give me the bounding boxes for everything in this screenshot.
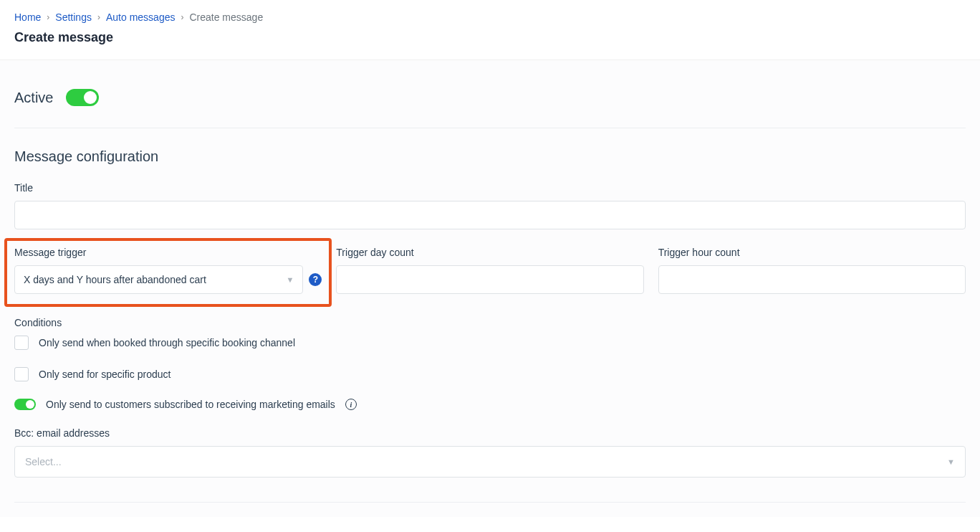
toggle-knob	[84, 91, 97, 104]
chevron-right-icon: ›	[181, 12, 183, 22]
config-heading: Message configuration	[14, 148, 966, 165]
title-label: Title	[14, 182, 966, 194]
breadcrumb-auto-messages[interactable]: Auto messages	[106, 11, 176, 23]
active-toggle[interactable]	[66, 89, 99, 106]
divider	[14, 502, 966, 503]
chevron-right-icon: ›	[47, 12, 49, 22]
condition-subscribed-label: Only send to customers subscribed to rec…	[46, 399, 335, 410]
trigger-row: Message trigger X days and Y hours after…	[14, 247, 966, 294]
content-area: Active Message configuration Title Messa…	[0, 60, 980, 517]
trigger-hour-count-col: Trigger hour count	[658, 247, 966, 294]
condition-product-checkbox[interactable]	[14, 367, 29, 381]
page-header: Home › Settings › Auto messages › Create…	[0, 0, 980, 60]
bcc-section: Bcc: email addresses Select... ▼	[14, 427, 966, 478]
message-trigger-select[interactable]: X days and Y hours after abandoned cart …	[14, 265, 303, 294]
help-icon[interactable]: ?	[309, 273, 322, 286]
breadcrumb: Home › Settings › Auto messages › Create…	[14, 11, 966, 23]
bcc-select[interactable]: Select... ▼	[14, 446, 966, 478]
conditions-section: Conditions Only send when booked through…	[14, 317, 966, 410]
message-configuration-section: Message configuration Title Message trig…	[14, 148, 966, 294]
conditions-heading: Conditions	[14, 317, 966, 328]
page-title: Create message	[14, 30, 966, 45]
breadcrumb-settings[interactable]: Settings	[55, 11, 92, 23]
condition-subscribed-toggle[interactable]	[14, 399, 36, 410]
condition-booking-channel-checkbox[interactable]	[14, 336, 29, 350]
breadcrumb-home[interactable]: Home	[14, 11, 41, 23]
condition-product-label: Only send for specific product	[39, 369, 170, 380]
trigger-selected-value: X days and Y hours after abandoned cart	[24, 274, 206, 285]
trigger-day-count-label: Trigger day count	[336, 247, 643, 258]
message-trigger-col: Message trigger X days and Y hours after…	[14, 247, 322, 294]
title-input[interactable]	[14, 201, 966, 229]
condition-product-row: Only send for specific product	[14, 367, 966, 381]
trigger-day-count-input[interactable]	[336, 265, 643, 294]
active-label: Active	[14, 90, 53, 106]
condition-booking-channel-label: Only send when booked through specific b…	[39, 337, 295, 348]
trigger-hour-count-input[interactable]	[658, 265, 966, 294]
chevron-right-icon: ›	[97, 12, 100, 22]
trigger-select-wrap: X days and Y hours after abandoned cart …	[14, 265, 322, 294]
chevron-down-icon: ▼	[286, 275, 294, 284]
message-trigger-label: Message trigger	[14, 247, 322, 258]
breadcrumb-current: Create message	[189, 11, 263, 23]
toggle-knob	[26, 400, 34, 409]
chevron-down-icon: ▼	[947, 457, 955, 466]
bcc-placeholder: Select...	[25, 456, 62, 467]
info-icon[interactable]: i	[345, 399, 357, 410]
condition-subscribed-row: Only send to customers subscribed to rec…	[14, 399, 966, 410]
active-row: Active	[14, 89, 966, 128]
bcc-label: Bcc: email addresses	[14, 427, 966, 439]
condition-booking-channel-row: Only send when booked through specific b…	[14, 336, 966, 350]
trigger-hour-count-label: Trigger hour count	[658, 247, 966, 258]
highlight-annotation: Message trigger X days and Y hours after…	[4, 238, 332, 307]
trigger-day-count-col: Trigger day count	[336, 247, 643, 294]
